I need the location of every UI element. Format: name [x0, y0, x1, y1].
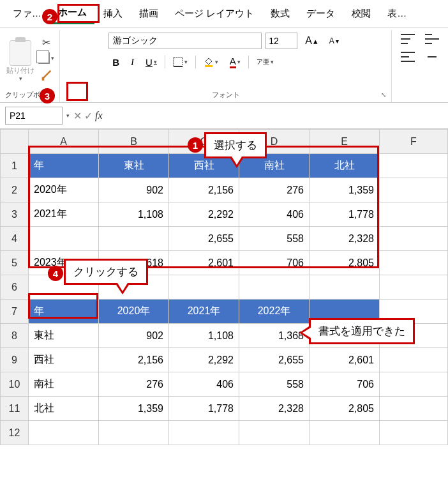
align-center-button[interactable] — [421, 50, 443, 63]
cell[interactable] — [380, 275, 448, 300]
cell[interactable] — [239, 421, 310, 445]
row-header[interactable]: 10 — [1, 372, 29, 397]
cell[interactable]: 年 — [29, 154, 99, 178]
worksheet[interactable]: A B C D E F 1 年 東社 西社 南社 北社 2 2020年 902 … — [0, 129, 448, 445]
copy-button[interactable]: ▾ — [38, 52, 54, 64]
cell[interactable]: 902 — [99, 324, 169, 348]
dialog-launcher-icon[interactable]: ⤡ — [381, 91, 386, 98]
cell[interactable]: 西社 — [29, 348, 99, 372]
cell[interactable]: 2,655 — [169, 227, 239, 251]
col-header-F[interactable]: F — [380, 130, 448, 154]
row-header[interactable]: 8 — [1, 324, 29, 348]
cell[interactable]: 北社 — [29, 397, 99, 421]
cell[interactable] — [380, 178, 448, 202]
row-header[interactable]: 9 — [1, 348, 29, 372]
cell[interactable] — [169, 275, 239, 300]
cell[interactable] — [99, 421, 169, 445]
cell[interactable]: 1,359 — [310, 178, 380, 202]
cell[interactable]: 706 — [310, 372, 380, 397]
row-header[interactable]: 4 — [1, 227, 29, 251]
underline-button[interactable]: U ▾ — [142, 56, 161, 69]
cell[interactable] — [310, 421, 380, 445]
cell[interactable] — [29, 421, 99, 445]
grow-font-button[interactable]: A▴ — [301, 34, 322, 48]
cell[interactable] — [380, 397, 448, 421]
cell[interactable] — [29, 227, 99, 251]
cut-button[interactable]: ✂ — [42, 36, 50, 49]
col-header-A[interactable]: A — [29, 130, 99, 154]
tab-formulas[interactable]: 数式 — [263, 4, 297, 24]
select-all-corner[interactable] — [1, 130, 29, 154]
cell[interactable] — [310, 275, 380, 300]
cell[interactable] — [380, 227, 448, 251]
cell[interactable]: 2,601 — [310, 348, 380, 372]
cell[interactable] — [380, 421, 448, 445]
chevron-down-icon[interactable]: ▾ — [66, 112, 70, 119]
border-button[interactable]: ▾ — [169, 56, 191, 68]
cell[interactable]: 2,156 — [99, 348, 169, 372]
cell[interactable]: 276 — [239, 178, 310, 202]
cell[interactable]: 406 — [239, 202, 310, 227]
cell[interactable]: 2,156 — [169, 178, 239, 202]
tab-data[interactable]: データ — [299, 4, 343, 24]
cell[interactable]: 276 — [99, 372, 169, 397]
tab-insert[interactable]: 挿入 — [96, 4, 130, 24]
cell[interactable]: 2022年 — [239, 300, 310, 324]
cell[interactable]: 1,368 — [239, 324, 310, 348]
col-header-E[interactable]: E — [310, 130, 380, 154]
tab-draw[interactable]: 描画 — [131, 4, 166, 24]
cell[interactable]: 558 — [239, 372, 310, 397]
font-color-button[interactable]: A ▾ — [226, 54, 244, 70]
fill-color-button[interactable]: ▾ — [200, 56, 222, 68]
cell[interactable]: 2,601 — [169, 251, 239, 275]
format-painter-button[interactable] — [40, 68, 54, 85]
cell[interactable]: 東社 — [99, 154, 169, 178]
align-top-button[interactable] — [397, 33, 419, 45]
row-header[interactable]: 1 — [1, 154, 29, 178]
cell[interactable]: 2,328 — [239, 397, 310, 421]
cell[interactable]: 2,805 — [310, 397, 380, 421]
phonetic-button[interactable]: ア亜 ▾ — [253, 57, 278, 66]
cell[interactable]: 2020年 — [99, 300, 169, 324]
paste-button[interactable]: 貼り付け ▾ — [5, 39, 36, 83]
cancel-button[interactable]: ✕ — [73, 110, 82, 122]
cell[interactable]: 2020年 — [29, 178, 99, 202]
cell[interactable]: 2,655 — [239, 348, 310, 372]
cell[interactable] — [380, 348, 448, 372]
shrink-font-button[interactable]: A▾ — [325, 35, 343, 47]
cell[interactable] — [99, 227, 169, 251]
cell[interactable] — [380, 251, 448, 275]
row-header[interactable]: 5 — [1, 251, 29, 275]
font-size-select[interactable] — [265, 33, 297, 49]
tab-view[interactable]: 表… — [380, 4, 414, 24]
col-header-B[interactable]: B — [99, 130, 169, 154]
cell[interactable]: 1,108 — [99, 202, 169, 227]
bold-button[interactable]: B — [108, 56, 123, 69]
font-name-select[interactable] — [108, 33, 262, 49]
cell[interactable] — [169, 421, 239, 445]
row-header[interactable]: 2 — [1, 178, 29, 202]
cell[interactable] — [380, 154, 448, 178]
tab-review[interactable]: 校閲 — [344, 4, 378, 24]
cell[interactable]: 2021年 — [29, 202, 99, 227]
cell[interactable]: 558 — [239, 227, 310, 251]
cell[interactable] — [380, 372, 448, 397]
cell[interactable]: 1,359 — [99, 397, 169, 421]
cell[interactable]: 706 — [239, 251, 310, 275]
row-header[interactable]: 12 — [1, 421, 29, 445]
fx-button[interactable]: fx — [95, 110, 103, 121]
cell[interactable]: 2021年 — [169, 300, 239, 324]
cell[interactable]: 北社 — [310, 154, 380, 178]
tab-home[interactable]: ホーム — [50, 3, 94, 24]
cell[interactable]: 南社 — [29, 372, 99, 397]
cell[interactable] — [239, 275, 310, 300]
align-left-button[interactable] — [397, 50, 419, 63]
cell[interactable]: 2,292 — [169, 202, 239, 227]
cell[interactable]: 東社 — [29, 324, 99, 348]
enter-button[interactable]: ✓ — [84, 110, 93, 122]
cell[interactable]: 年 — [29, 300, 99, 324]
cell[interactable]: 2,328 — [310, 227, 380, 251]
cell[interactable]: 902 — [99, 178, 169, 202]
tab-page-layout[interactable]: ページ レイアウト — [167, 4, 262, 24]
cell[interactable]: 2,292 — [169, 348, 239, 372]
